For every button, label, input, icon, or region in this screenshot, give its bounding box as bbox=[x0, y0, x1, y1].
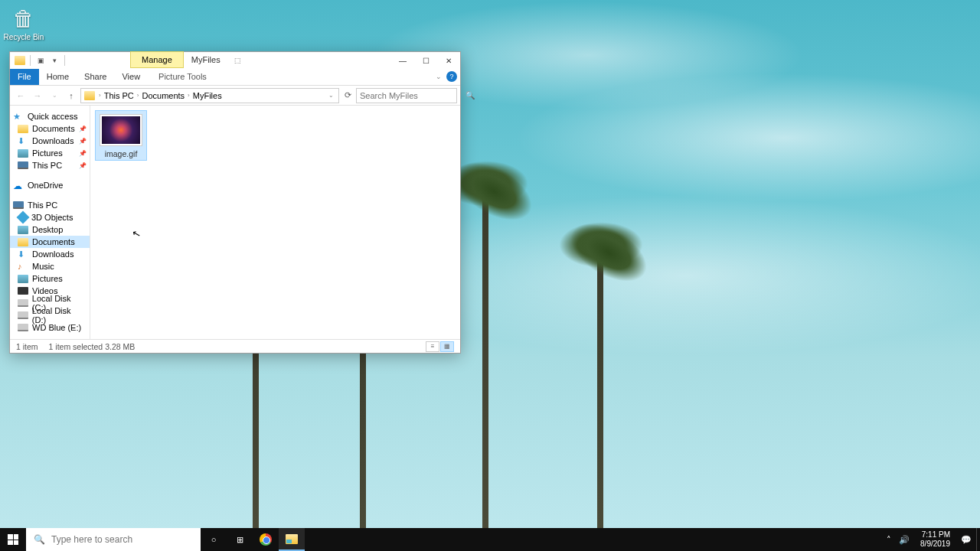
navigation-pane[interactable]: ★Quick access Documents📌 ⬇Downloads📌 Pic… bbox=[10, 106, 90, 339]
pin-icon: 📌 bbox=[79, 162, 87, 169]
separator bbox=[30, 55, 31, 66]
nav-onedrive[interactable]: ☁OneDrive bbox=[10, 179, 90, 191]
pictures-icon bbox=[18, 275, 28, 283]
file-thumbnail bbox=[100, 114, 142, 146]
search-icon: 🔍 bbox=[34, 534, 45, 545]
nav-up-button[interactable]: ↑ bbox=[64, 88, 79, 103]
cloud-icon: ☁ bbox=[13, 181, 24, 190]
cortana-button[interactable]: ○ bbox=[201, 528, 227, 551]
system-tray: ˄ 🔊 7:11 PM 8/9/2019 💬 bbox=[882, 528, 976, 551]
nav-pictures-pc[interactable]: Pictures bbox=[10, 272, 90, 285]
search-placeholder: Type here to search bbox=[51, 534, 132, 545]
clock-time: 7:11 PM bbox=[920, 530, 950, 540]
window-controls: — ☐ ✕ bbox=[391, 52, 460, 69]
nav-documents[interactable]: Documents📌 bbox=[10, 122, 90, 135]
ribbon-view-tab[interactable]: View bbox=[114, 69, 148, 85]
view-details-button[interactable]: ≡ bbox=[426, 341, 439, 352]
action-center-icon[interactable]: 💬 bbox=[961, 535, 972, 545]
nav-back-button[interactable]: ← bbox=[13, 88, 28, 103]
wallpaper-palm bbox=[597, 237, 603, 528]
nav-downloads[interactable]: ⬇Downloads📌 bbox=[10, 135, 90, 147]
search-input[interactable] bbox=[360, 91, 466, 100]
titlebar[interactable]: ▣ ▾ Manage MyFiles ⬚ — ☐ ✕ bbox=[10, 52, 460, 69]
nav-documents-pc[interactable]: Documents bbox=[10, 236, 90, 248]
nav-downloads-pc[interactable]: ⬇Downloads bbox=[10, 248, 90, 260]
nav-disk-d[interactable]: Local Disk (D:) bbox=[10, 309, 90, 321]
download-icon: ⬇ bbox=[18, 249, 28, 259]
show-desktop-button[interactable] bbox=[976, 528, 980, 551]
pin-icon: 📌 bbox=[79, 138, 87, 145]
breadcrumb-documents[interactable]: Documents bbox=[139, 91, 187, 100]
download-icon: ⬇ bbox=[18, 136, 28, 145]
folder-icon bbox=[18, 125, 28, 133]
file-explorer-icon bbox=[286, 534, 298, 544]
volume-icon[interactable]: 🔊 bbox=[899, 535, 910, 545]
explorer-body: ★Quick access Documents📌 ⬇Downloads📌 Pic… bbox=[10, 106, 460, 339]
ribbon-home-tab[interactable]: Home bbox=[39, 69, 77, 85]
search-icon[interactable]: 🔍 bbox=[466, 91, 475, 99]
status-selection: 1 item selected 3.28 MB bbox=[49, 342, 136, 351]
status-item-count: 1 item bbox=[16, 342, 38, 351]
cube-icon bbox=[17, 211, 30, 224]
minimize-button[interactable]: — bbox=[391, 52, 414, 69]
qa-properties-icon[interactable]: ▣ bbox=[35, 55, 46, 66]
taskbar-file-explorer[interactable] bbox=[279, 528, 305, 551]
quick-access-toolbar: ▣ ▾ bbox=[10, 52, 71, 69]
video-icon bbox=[18, 287, 28, 295]
nav-desktop[interactable]: Desktop bbox=[10, 223, 90, 236]
folder-icon[interactable] bbox=[15, 56, 25, 65]
nav-forward-button[interactable]: → bbox=[30, 88, 45, 103]
pc-icon bbox=[13, 201, 24, 209]
nav-pictures[interactable]: Pictures📌 bbox=[10, 147, 90, 159]
view-icons-button[interactable]: ▦ bbox=[440, 341, 454, 352]
help-icon[interactable]: ? bbox=[446, 71, 457, 82]
tray-overflow-icon[interactable]: ˄ bbox=[887, 535, 891, 545]
chrome-icon bbox=[260, 533, 272, 546]
disk-icon bbox=[18, 311, 28, 319]
ribbon-tabs: File Home Share View Picture Tools ⌄ ? bbox=[10, 69, 460, 86]
desktop-icon bbox=[18, 226, 28, 234]
file-item-image-gif[interactable]: image.gif bbox=[95, 110, 147, 161]
search-box[interactable]: 🔍 bbox=[356, 88, 457, 103]
folder-icon bbox=[84, 91, 95, 100]
close-button[interactable]: ✕ bbox=[437, 52, 460, 69]
disk-icon bbox=[18, 324, 28, 331]
trash-icon: 🗑 bbox=[3, 6, 44, 31]
pc-icon bbox=[18, 161, 28, 169]
nav-this-pc-quick[interactable]: This PC📌 bbox=[10, 159, 90, 171]
breadcrumb-this-pc[interactable]: This PC bbox=[102, 91, 136, 100]
view-mode-toggle: ≡ ▦ bbox=[426, 341, 454, 352]
refresh-button[interactable]: ⟳ bbox=[341, 90, 354, 100]
folder-icon bbox=[18, 238, 28, 246]
address-bar[interactable]: › This PC › Documents › MyFiles ⌄ bbox=[80, 88, 339, 103]
nav-music[interactable]: ♪Music bbox=[10, 260, 90, 272]
nav-disk-e[interactable]: WD Blue (E:) bbox=[10, 321, 90, 334]
qa-newfolder-icon[interactable]: ▾ bbox=[49, 55, 60, 66]
nav-recent-dropdown[interactable]: ⌄ bbox=[47, 88, 62, 103]
taskbar-chrome[interactable] bbox=[253, 528, 279, 551]
ribbon-picture-tools-tab[interactable]: Picture Tools bbox=[151, 69, 214, 85]
address-dropdown-icon[interactable]: ⌄ bbox=[325, 92, 337, 99]
pictures-icon bbox=[18, 149, 28, 158]
start-button[interactable] bbox=[0, 528, 26, 551]
ribbon-context-tab[interactable]: Manage bbox=[130, 51, 184, 68]
desktop[interactable]: 🗑 Recycle Bin ▣ ▾ Manage MyFiles ⬚ — ☐ ✕… bbox=[0, 0, 980, 551]
breadcrumb-myfiles[interactable]: MyFiles bbox=[191, 91, 224, 100]
disk-icon bbox=[18, 299, 28, 307]
preview-pane-icon[interactable]: ⬚ bbox=[228, 52, 248, 69]
ribbon-file-tab[interactable]: File bbox=[10, 69, 39, 85]
nav-this-pc[interactable]: This PC bbox=[10, 199, 90, 211]
file-list-area[interactable]: image.gif ↖ bbox=[90, 106, 460, 339]
task-view-button[interactable]: ⊞ bbox=[227, 528, 253, 551]
cursor-icon: ↖ bbox=[131, 227, 142, 240]
clock-date: 8/9/2019 bbox=[920, 540, 950, 549]
nav-3d-objects[interactable]: 3D Objects bbox=[10, 211, 90, 223]
recycle-bin-icon[interactable]: 🗑 Recycle Bin bbox=[3, 6, 44, 41]
taskbar-clock[interactable]: 7:11 PM 8/9/2019 bbox=[917, 530, 953, 549]
taskbar-search[interactable]: 🔍 Type here to search bbox=[26, 528, 201, 551]
maximize-button[interactable]: ☐ bbox=[414, 52, 437, 69]
nav-quick-access[interactable]: ★Quick access bbox=[10, 110, 90, 122]
ribbon-share-tab[interactable]: Share bbox=[77, 69, 114, 85]
ribbon-expand-icon[interactable]: ⌄ bbox=[434, 71, 443, 82]
windows-logo-icon bbox=[8, 534, 18, 545]
